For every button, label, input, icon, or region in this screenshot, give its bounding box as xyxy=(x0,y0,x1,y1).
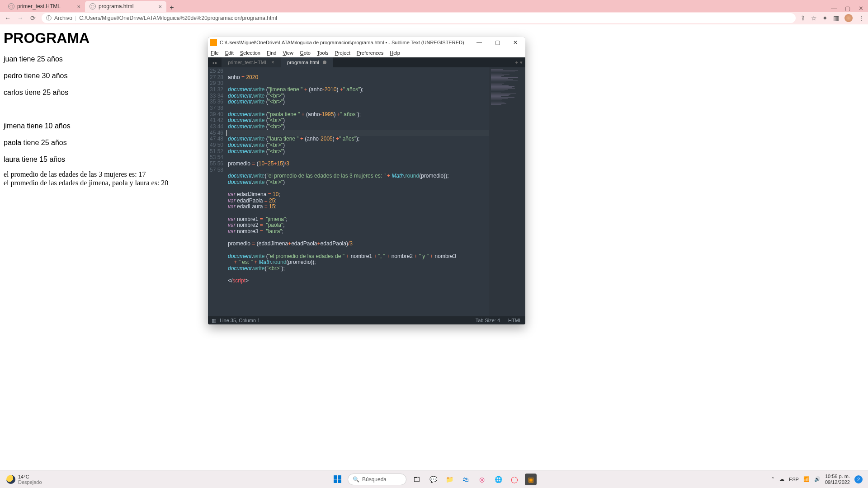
browser-tab-inactive[interactable]: ◌ primer_test.HTML × xyxy=(4,1,85,12)
share-icon[interactable]: ⇪ xyxy=(800,14,806,22)
close-icon[interactable]: × xyxy=(77,3,80,10)
address-bar[interactable]: ⓘ Archivo | C:/Users/Miguel/OneDrive/LAT… xyxy=(42,13,796,23)
sublime-menubar[interactable]: FileEditSelectionFindViewGotoToolsProjec… xyxy=(208,48,525,57)
sublime-statusbar: ▥ Line 35, Column 1 Tab Size: 4 HTML xyxy=(208,316,525,324)
tab-title: primer_test.HTML xyxy=(17,3,61,9)
window-minimize-button[interactable]: — xyxy=(831,5,837,12)
address-row: ← → ⟳ ⓘ Archivo | C:/Users/Miguel/OneDri… xyxy=(0,12,868,24)
chat-icon[interactable]: 💬 xyxy=(427,474,439,485)
onedrive-icon[interactable]: ☁ xyxy=(779,476,784,482)
editor-tab-active[interactable]: programa.html xyxy=(281,57,333,67)
status-language[interactable]: HTML xyxy=(508,318,522,323)
sublime-tabs: ◂ ▸ primer_test.HTML × programa.html +▾ xyxy=(208,57,525,67)
notification-badge[interactable]: 2 xyxy=(854,475,863,483)
start-button[interactable] xyxy=(331,474,343,485)
menu-goto[interactable]: Goto xyxy=(300,50,311,56)
tray-chevron-icon[interactable]: ⌃ xyxy=(771,476,775,482)
app-icon[interactable]: ◎ xyxy=(476,474,488,485)
editor-tab-inactive[interactable]: primer_test.HTML × xyxy=(222,57,281,67)
sublime-taskbar-icon[interactable]: ▣ xyxy=(525,474,537,485)
window-maximize-button[interactable]: ▢ xyxy=(845,5,850,12)
menu-tools[interactable]: Tools xyxy=(317,50,329,56)
tab-label: programa.html xyxy=(287,60,319,65)
close-icon[interactable]: × xyxy=(271,59,274,66)
sublime-window[interactable]: C:\Users\Miguel\OneDrive\LATAM\loguica d… xyxy=(208,37,525,324)
tab-title: programa.html xyxy=(99,3,133,9)
dirty-indicator-icon xyxy=(323,61,326,64)
code-area[interactable]: anho = 2020 document.write ("jimena tien… xyxy=(226,67,489,316)
browser-chrome: ◌ primer_test.HTML × ◌ programa.html × +… xyxy=(0,0,868,24)
extensions-icon[interactable]: ✦ xyxy=(822,14,828,22)
minimize-button[interactable]: — xyxy=(471,39,487,46)
sidepanel-icon[interactable]: ▥ xyxy=(833,14,839,22)
clock-date: 09/12/2022 xyxy=(825,479,850,485)
weather-temp: 14°C xyxy=(18,474,42,479)
weather-widget[interactable]: 14°C Despejado xyxy=(0,474,42,485)
search-label: Búsqueda xyxy=(362,476,387,483)
line-gutter: 25 26 27 28 29 30 31 32 33 34 35 36 37 3… xyxy=(208,67,226,316)
menu-preferences[interactable]: Preferences xyxy=(357,50,383,56)
weather-desc: Despejado xyxy=(18,479,42,485)
new-tab-icon[interactable]: + xyxy=(515,60,518,65)
url-text: C:/Users/Miguel/OneDrive/LATAM/loguica%2… xyxy=(79,15,277,21)
menu-help[interactable]: Help xyxy=(390,50,400,56)
weather-icon xyxy=(6,475,15,484)
close-icon[interactable]: × xyxy=(158,3,162,10)
wifi-icon[interactable]: 📶 xyxy=(803,476,810,482)
opera-icon[interactable]: ◯ xyxy=(509,474,520,485)
search-icon: 🔍 xyxy=(353,476,359,483)
status-tab-size[interactable]: Tab Size: 4 xyxy=(476,318,500,323)
menu-selection[interactable]: Selection xyxy=(240,50,260,56)
favicon-icon: ◌ xyxy=(8,3,14,9)
volume-icon[interactable]: 🔊 xyxy=(814,476,821,482)
tab-label: primer_test.HTML xyxy=(228,60,268,65)
taskbar-search[interactable]: 🔍 Búsqueda xyxy=(348,474,406,485)
menu-find[interactable]: Find xyxy=(267,50,276,56)
reload-button[interactable]: ⟳ xyxy=(29,14,37,22)
close-button[interactable]: ✕ xyxy=(507,39,524,46)
profile-avatar[interactable] xyxy=(844,14,853,22)
back-button[interactable]: ← xyxy=(4,14,12,22)
sublime-title: C:\Users\Miguel\OneDrive\LATAM\loguica d… xyxy=(220,40,471,45)
task-view-icon[interactable]: 🗔 xyxy=(411,474,423,485)
minimap[interactable] xyxy=(489,67,525,316)
menu-project[interactable]: Project xyxy=(335,50,350,56)
store-icon[interactable]: 🛍 xyxy=(460,474,472,485)
menu-edit[interactable]: Edit xyxy=(225,50,234,56)
window-close-button[interactable]: ✕ xyxy=(859,5,863,12)
menu-view[interactable]: View xyxy=(283,50,293,56)
browser-tab-active[interactable]: ◌ programa.html × xyxy=(85,1,166,12)
sublime-titlebar[interactable]: C:\Users\Miguel\OneDrive\LATAM\loguica d… xyxy=(208,37,525,48)
language-indicator[interactable]: ESP xyxy=(789,477,799,482)
sublime-logo-icon xyxy=(210,39,217,46)
url-scheme: Archivo xyxy=(54,15,72,21)
info-icon[interactable]: ⓘ xyxy=(46,14,52,22)
new-tab-button[interactable]: + xyxy=(166,4,177,12)
chrome-icon[interactable]: 🌐 xyxy=(492,474,504,485)
maximize-button[interactable]: ▢ xyxy=(489,39,505,46)
tab-strip: ◌ primer_test.HTML × ◌ programa.html × +… xyxy=(0,0,868,12)
clock-time: 10:56 p. m. xyxy=(825,474,850,479)
menu-file[interactable]: File xyxy=(211,50,219,56)
dropdown-icon[interactable]: ▾ xyxy=(520,60,523,66)
menu-icon[interactable]: ⋮ xyxy=(858,14,864,22)
forward-button[interactable]: → xyxy=(16,14,24,22)
bookmark-icon[interactable]: ☆ xyxy=(811,14,817,22)
explorer-icon[interactable]: 📁 xyxy=(443,474,455,485)
tab-arrows[interactable]: ◂ ▸ xyxy=(208,57,222,67)
favicon-icon: ◌ xyxy=(90,3,96,9)
clock[interactable]: 10:56 p. m. 09/12/2022 xyxy=(825,474,850,484)
taskbar: 14°C Despejado 🔍 Búsqueda 🗔 💬 📁 🛍 ◎ 🌐 ◯ … xyxy=(0,470,868,488)
status-position: Line 35, Column 1 xyxy=(220,318,260,323)
